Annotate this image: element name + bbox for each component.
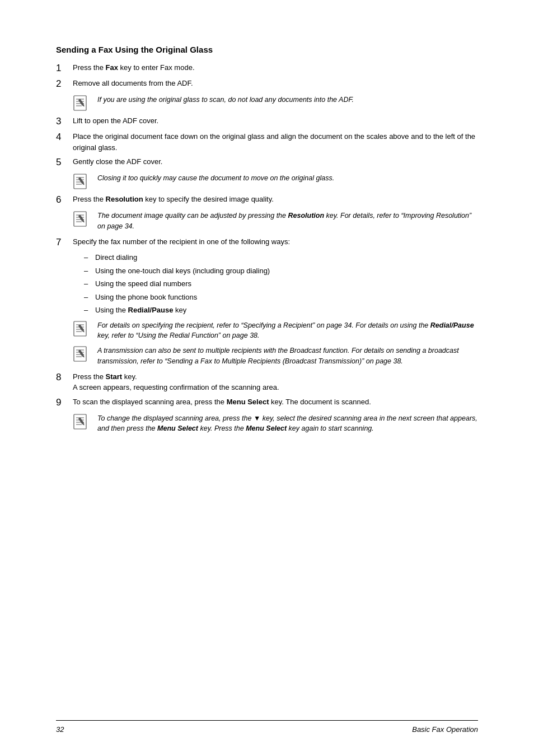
note-icon-4: [73, 321, 93, 337]
step-9: 9 To scan the displayed scanning area, p…: [56, 396, 478, 409]
step-9-text: To scan the displayed scanning area, pre…: [73, 396, 478, 408]
step-7-sublist-container: – Direct dialing – Using the one-touch d…: [73, 252, 478, 316]
svg-rect-0: [74, 96, 86, 110]
step-3-text: Lift to open the ADF cover.: [73, 115, 478, 127]
step-2-text: Remove all documents from the ADF.: [73, 78, 478, 89]
note-icon-2: [73, 174, 93, 189]
step-4-text: Place the original document face down on…: [73, 131, 478, 153]
sub-dash-4: –: [84, 292, 95, 303]
step-7-text: Specify the fax number of the recipient …: [73, 236, 478, 248]
note-icon-5: [73, 346, 93, 362]
note-6-text: To change the displayed scanning area, p…: [97, 413, 478, 435]
step-8: 8 Press the Start key.A screen appears, …: [56, 371, 478, 393]
step-6: 6 Press the Resolution key to specify th…: [56, 194, 478, 206]
svg-rect-40: [78, 417, 84, 424]
footer-section-name: Basic Fax Operation: [412, 725, 478, 734]
step-5-text: Gently close the ADF cover.: [73, 156, 478, 167]
step-list: 1 Press the Fax key to enter Fax mode. 2…: [56, 62, 478, 434]
sub-dash-5: –: [84, 305, 95, 316]
note-3-text: The document image quality can be adjust…: [97, 211, 478, 232]
svg-rect-12: [78, 178, 84, 184]
step-8-number: 8: [56, 371, 69, 384]
step-7-number: 7: [56, 236, 69, 249]
svg-rect-28: [74, 347, 86, 361]
subitem-4-text: Using the phone book functions: [95, 292, 197, 303]
svg-rect-26: [78, 324, 84, 331]
step-8-text: Press the Start key.A screen appears, re…: [73, 371, 478, 393]
note-5-text: A transmission can also be sent to multi…: [97, 346, 478, 367]
step-3: 3 Lift to open the ADF cover.: [56, 115, 478, 128]
subitem-speed-dial: – Using the speed dial numbers: [84, 278, 478, 290]
note-after-step-7a: For details on specifying the recipient,…: [73, 320, 478, 342]
note-after-step-5: Closing it too quickly may cause the doc…: [73, 173, 478, 189]
step-3-number: 3: [56, 115, 69, 128]
step-7-sublist: – Direct dialing – Using the one-touch d…: [84, 252, 478, 316]
step-4-number: 4: [56, 131, 69, 143]
svg-rect-14: [74, 212, 86, 226]
step-4: 4 Place the original document face down …: [56, 131, 478, 153]
svg-rect-33: [78, 349, 84, 356]
step-9-number: 9: [56, 396, 69, 409]
step-5: 5 Gently close the ADF cover.: [56, 156, 478, 169]
note-icon-1: [73, 95, 93, 111]
note-icon-6: [73, 414, 93, 430]
section-title: Sending a Fax Using the Original Glass: [56, 45, 478, 54]
note-2-text: Closing it too quickly may cause the doc…: [97, 173, 478, 184]
subitem-one-touch: – Using the one-touch dial keys (includi…: [84, 265, 478, 277]
step-7: 7 Specify the fax number of the recipien…: [56, 236, 478, 249]
step-5-number: 5: [56, 156, 69, 169]
step-6-text: Press the Resolution key to specify the …: [73, 194, 478, 205]
note-4-text: For details on specifying the recipient,…: [97, 320, 478, 342]
subitem-2-text: Using the one-touch dial keys (including…: [95, 265, 270, 277]
sub-dash-1: –: [84, 252, 95, 263]
subitem-phone-book: – Using the phone book functions: [84, 292, 478, 303]
subitem-1-text: Direct dialing: [95, 252, 137, 263]
step-6-number: 6: [56, 194, 69, 206]
svg-rect-35: [74, 414, 86, 429]
svg-rect-7: [74, 174, 86, 189]
page-footer: 32 Basic Fax Operation: [56, 720, 478, 734]
note-after-step-7b: A transmission can also be sent to multi…: [73, 346, 478, 367]
note-icon-3: [73, 211, 93, 227]
step-2-number: 2: [56, 78, 69, 90]
note-1-text: If you are using the original glass to s…: [97, 95, 478, 105]
step-1-text: Press the Fax key to enter Fax mode.: [73, 62, 478, 73]
subitem-3-text: Using the speed dial numbers: [95, 278, 191, 290]
note-after-step-9: To change the displayed scanning area, p…: [73, 413, 478, 435]
svg-rect-21: [74, 321, 86, 336]
step-1-number: 1: [56, 62, 69, 74]
subitem-direct-dialing: – Direct dialing: [84, 252, 478, 263]
svg-rect-5: [78, 99, 84, 105]
note-after-step-2: If you are using the original glass to s…: [73, 95, 478, 111]
sub-dash-3: –: [84, 278, 95, 290]
page-container: Sending a Fax Using the Original Glass 1…: [0, 0, 534, 756]
step-2: 2 Remove all documents from the ADF.: [56, 78, 478, 90]
subitem-5-text: Using the Redial/Pause key: [95, 305, 186, 316]
subitem-redial-pause: – Using the Redial/Pause key: [84, 305, 478, 316]
step-1: 1 Press the Fax key to enter Fax mode.: [56, 62, 478, 74]
sub-dash-2: –: [84, 265, 95, 277]
svg-rect-19: [78, 215, 84, 222]
note-after-step-6: The document image quality can be adjust…: [73, 211, 478, 232]
footer-page-number: 32: [56, 725, 64, 734]
